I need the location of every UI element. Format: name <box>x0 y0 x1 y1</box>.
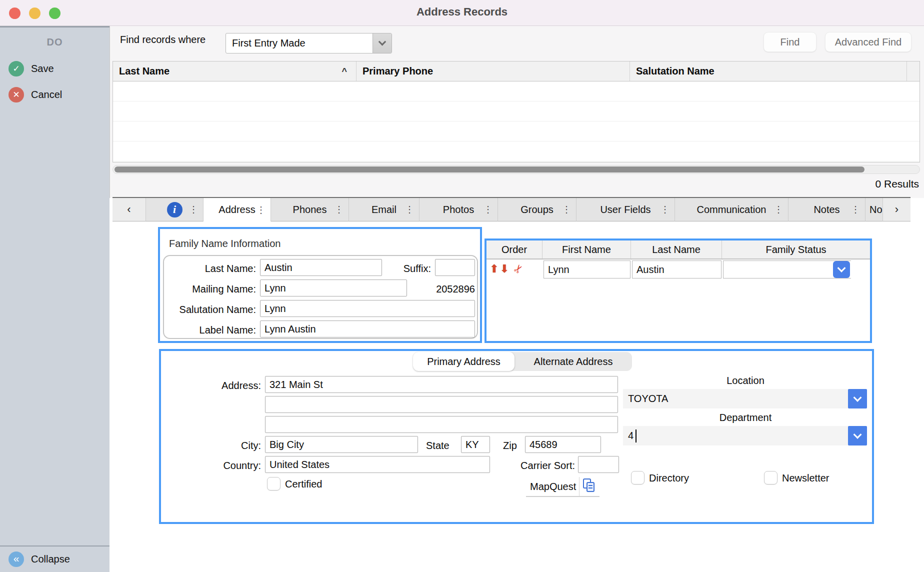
chevron-down-icon <box>854 430 862 438</box>
tab-user-fields[interactable]: User Fields ⋮ <box>576 198 675 222</box>
chevron-down-icon <box>854 393 862 402</box>
newsletter-checkbox[interactable] <box>764 471 778 484</box>
tab-menu-icon[interactable]: ⋮ <box>562 204 571 215</box>
tab-menu-icon[interactable]: ⋮ <box>189 204 198 215</box>
state-input[interactable] <box>461 436 490 453</box>
tab-menu-icon[interactable]: ⋮ <box>334 204 344 215</box>
dropdown-button[interactable] <box>372 34 392 53</box>
location-dropdown[interactable]: TOYOTA <box>623 389 867 408</box>
move-down-icon[interactable]: ⬇ <box>500 262 508 276</box>
label-name-input[interactable] <box>260 320 475 338</box>
table-row <box>113 122 920 142</box>
row-order-controls: ⬆ ⬇ ✂ <box>490 262 523 276</box>
column-header-last-name[interactable]: Last Name ^ <box>113 62 356 81</box>
sort-ascending-icon: ^ <box>342 66 347 77</box>
mailing-name-input[interactable] <box>260 280 407 296</box>
members-table-header: Order First Name Last Name Family Status <box>486 240 870 260</box>
location-label: Location <box>623 375 868 386</box>
country-input[interactable] <box>265 456 490 473</box>
address-panel: Primary Address Alternate Address Addres… <box>159 349 874 524</box>
department-dropdown[interactable]: 4 <box>623 426 867 446</box>
last-name-label: Last Name: <box>160 263 256 274</box>
column-header-primary-phone[interactable]: Primary Phone <box>356 62 630 81</box>
mailing-name-label: Mailing Name: <box>160 284 256 295</box>
tab-groups[interactable]: Groups ⋮ <box>498 198 576 222</box>
chevron-left-icon: ‹ <box>127 203 130 216</box>
column-header-last-name[interactable]: Last Name <box>631 240 722 258</box>
country-label: Country: <box>181 460 261 472</box>
tab-menu-icon[interactable]: ⋮ <box>660 204 670 215</box>
horizontal-scrollbar[interactable] <box>112 165 920 174</box>
suffix-input[interactable] <box>435 259 475 276</box>
tab-menu-icon[interactable]: ⋮ <box>484 204 492 215</box>
tab-clipped[interactable]: No <box>866 198 883 222</box>
tab-address[interactable]: Address ⋮ <box>204 198 271 222</box>
scrollbar-thumb[interactable] <box>114 166 864 172</box>
city-label: City: <box>181 440 261 452</box>
address-line1-input[interactable] <box>265 376 618 393</box>
collapse-bar[interactable]: « Collapse <box>0 546 110 572</box>
tab-phones[interactable]: Phones ⋮ <box>271 198 349 222</box>
tab-menu-icon[interactable]: ⋮ <box>851 204 860 215</box>
window-title: Address Records <box>0 6 924 18</box>
salutation-name-input[interactable] <box>260 300 475 317</box>
city-input[interactable] <box>265 436 418 453</box>
sidebar-item-save[interactable]: ✓ Save <box>0 60 110 78</box>
chevron-right-icon: › <box>895 203 898 216</box>
column-header-first-name[interactable]: First Name <box>542 240 631 258</box>
save-label: Save <box>31 63 54 74</box>
certified-label: Certified <box>285 478 322 490</box>
column-header-salutation-name[interactable]: Salutation Name <box>630 62 907 81</box>
zip-input[interactable] <box>525 436 601 453</box>
zip-label: Zip <box>503 440 523 452</box>
results-table-header: Last Name ^ Primary Phone Salutation Nam… <box>113 62 920 82</box>
find-button[interactable]: Find <box>764 32 816 52</box>
delete-row-icon[interactable]: ✂ <box>510 262 526 276</box>
member-first-name-cell[interactable]: Lynn <box>544 260 630 278</box>
copy-address-icon[interactable] <box>582 478 596 496</box>
move-up-icon[interactable]: ⬆ <box>490 262 498 276</box>
column-header-order[interactable]: Order <box>486 240 542 258</box>
family-members-panel: Order First Name Last Name Family Status… <box>484 238 872 343</box>
directory-checkbox[interactable] <box>631 471 644 484</box>
results-table: Last Name ^ Primary Phone Salutation Nam… <box>112 61 920 162</box>
sidebar-item-cancel[interactable]: ✕ Cancel <box>0 86 110 104</box>
advanced-find-button[interactable]: Advanced Find <box>825 32 912 52</box>
address-line3-input[interactable] <box>265 416 618 433</box>
address-label: Address: <box>181 380 261 392</box>
carrier-sort-label: Carrier Sort: <box>493 460 575 472</box>
tabs-scroll-right-button[interactable]: › <box>883 198 910 222</box>
member-last-name-cell[interactable]: Austin <box>632 260 722 278</box>
tab-menu-icon[interactable]: ⋮ <box>405 204 414 215</box>
label-name-label: Label Name: <box>160 324 256 336</box>
tab-menu-icon[interactable]: ⋮ <box>774 204 783 215</box>
tab-email[interactable]: Email ⋮ <box>349 198 420 222</box>
tab-photos[interactable]: Photos ⋮ <box>420 198 498 222</box>
tab-info[interactable]: i ⋮ <box>146 198 204 222</box>
tab-notes[interactable]: Notes ⋮ <box>788 198 866 222</box>
directory-label: Directory <box>649 472 689 484</box>
cancel-label: Cancel <box>31 89 62 100</box>
certified-checkbox[interactable] <box>267 477 280 490</box>
mapquest-button[interactable]: MapQuest <box>526 477 600 497</box>
location-value: TOYOTA <box>623 393 668 404</box>
chevron-down-icon <box>378 38 386 46</box>
results-table-body <box>113 82 920 162</box>
department-value: 4 <box>623 430 634 442</box>
member-family-status-cell[interactable] <box>723 260 851 278</box>
find-filter-dropdown[interactable]: First Entry Made <box>226 33 392 54</box>
tab-communication[interactable]: Communication ⋮ <box>675 198 788 222</box>
tab-alternate-address[interactable]: Alternate Address <box>514 352 632 371</box>
column-header-family-status[interactable]: Family Status <box>722 240 870 258</box>
tab-primary-address[interactable]: Primary Address <box>413 352 514 371</box>
state-label: State <box>426 440 459 452</box>
department-dropdown-button[interactable] <box>848 426 867 446</box>
carrier-sort-input[interactable] <box>578 456 619 473</box>
tab-menu-icon[interactable]: ⋮ <box>256 204 266 216</box>
location-dropdown-button[interactable] <box>848 389 867 408</box>
last-name-input[interactable] <box>260 259 382 276</box>
family-status-dropdown-button[interactable] <box>833 261 850 278</box>
address-line2-input[interactable] <box>265 396 618 413</box>
tabs-scroll-left-button[interactable]: ‹ <box>112 198 146 222</box>
newsletter-label: Newsletter <box>782 472 829 484</box>
